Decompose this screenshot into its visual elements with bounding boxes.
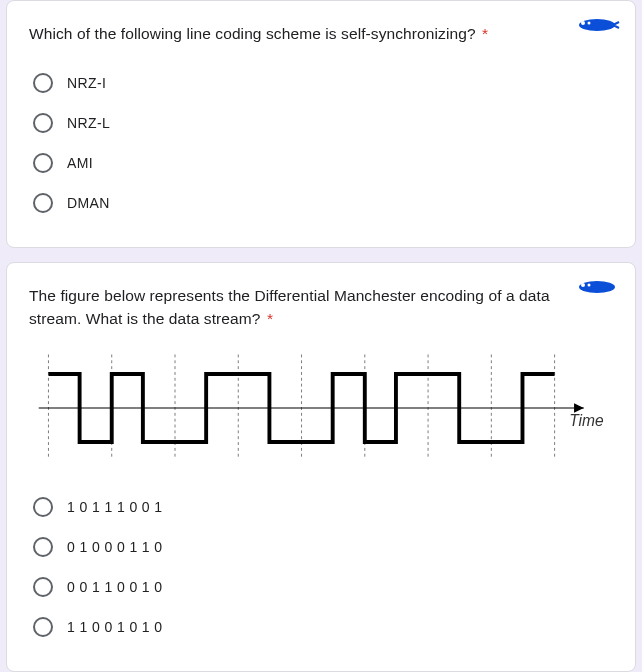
question-card-1: Which of the following line coding schem… bbox=[6, 0, 636, 248]
radio-icon bbox=[33, 537, 53, 557]
option-label: NRZ-L bbox=[67, 115, 110, 131]
question-card-2: The figure below represents the Differen… bbox=[6, 262, 636, 672]
svg-point-0 bbox=[579, 19, 615, 31]
option-label: 1 0 1 1 1 0 0 1 bbox=[67, 499, 163, 515]
svg-point-1 bbox=[581, 21, 585, 25]
option-label: 1 1 0 0 1 0 1 0 bbox=[67, 619, 163, 635]
option-11001010[interactable]: 1 1 0 0 1 0 1 0 bbox=[29, 607, 613, 647]
option-nrz-l[interactable]: NRZ-L bbox=[29, 103, 613, 143]
option-ami[interactable]: AMI bbox=[29, 143, 613, 183]
option-01000110[interactable]: 0 1 0 0 0 1 1 0 bbox=[29, 527, 613, 567]
required-marker: * bbox=[267, 310, 273, 327]
option-00110010[interactable]: 0 0 1 1 0 0 1 0 bbox=[29, 567, 613, 607]
question-text: The figure below represents the Differen… bbox=[29, 285, 613, 330]
svg-point-2 bbox=[588, 22, 591, 25]
option-label: 0 1 0 0 0 1 1 0 bbox=[67, 539, 163, 555]
radio-icon bbox=[33, 73, 53, 93]
svg-point-3 bbox=[579, 281, 615, 293]
question-text: Which of the following line coding schem… bbox=[29, 23, 613, 45]
radio-icon bbox=[33, 113, 53, 133]
question-body: Which of the following line coding schem… bbox=[29, 25, 476, 42]
option-10111001[interactable]: 1 0 1 1 1 0 0 1 bbox=[29, 487, 613, 527]
annotation-scribble bbox=[575, 15, 621, 35]
required-marker: * bbox=[482, 25, 488, 42]
option-label: NRZ-I bbox=[67, 75, 106, 91]
svg-point-5 bbox=[588, 284, 591, 287]
encoding-figure: Time bbox=[29, 348, 613, 471]
option-label: AMI bbox=[67, 155, 93, 171]
option-dman[interactable]: DMAN bbox=[29, 183, 613, 223]
time-axis-label: Time bbox=[569, 412, 604, 429]
svg-point-4 bbox=[581, 283, 585, 287]
radio-icon bbox=[33, 617, 53, 637]
option-label: 0 0 1 1 0 0 1 0 bbox=[67, 579, 163, 595]
option-label: DMAN bbox=[67, 195, 110, 211]
radio-icon bbox=[33, 497, 53, 517]
radio-icon bbox=[33, 193, 53, 213]
radio-icon bbox=[33, 153, 53, 173]
radio-icon bbox=[33, 577, 53, 597]
annotation-scribble bbox=[575, 277, 621, 297]
option-nrz-i[interactable]: NRZ-I bbox=[29, 63, 613, 103]
question-body: The figure below represents the Differen… bbox=[29, 287, 550, 326]
